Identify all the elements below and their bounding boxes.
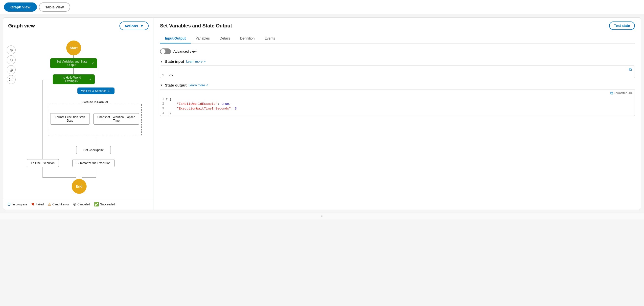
state-input-learn-more[interactable]: Learn more ↗ [186,59,206,63]
key-is-hello-world: "IsHelloWorldExample" [177,102,218,106]
line-4-content: } [169,111,632,115]
set-variables-node[interactable]: Set Variables and State Output ✓ [50,58,97,68]
advanced-view-label: Advanced view [173,49,196,53]
execute-parallel-label: Execute in Parallel [80,100,109,104]
table-view-tab[interactable]: Table view [39,2,70,12]
tab-definition[interactable]: Definition [235,34,260,43]
advanced-view-toggle[interactable] [160,48,171,54]
in-progress-label: In progress [12,203,27,206]
zoom-in-button[interactable]: ⊕ [7,45,16,54]
wait-check-icon: ⏱ [108,89,111,93]
failed-label: Failed [36,203,44,206]
zoom-out-button[interactable]: ⊖ [7,55,16,64]
val-exec-wait: 3 [235,107,237,110]
graph-panel-title: Graph view [8,23,35,29]
graph-view-tab[interactable]: Graph view [4,2,37,12]
state-output-label: State output [165,83,187,87]
start-node[interactable]: Start [66,40,81,55]
graph-panel: Graph view Actions ▼ ⊕ ⊖ ◎ ⛶ [3,17,154,210]
center-button[interactable]: ◎ [7,65,16,74]
val-is-hello-world: true [221,102,229,106]
zoom-controls: ⊕ ⊖ ◎ ⛶ [7,45,16,84]
state-output-line-4: 4 } [160,111,634,116]
graph-legend: ⏱ In progress ✖ Failed ⚠ Caught error ⊘ … [3,199,154,210]
tab-variables[interactable]: Variables [191,34,215,43]
advanced-view-row: Advanced view [160,48,635,54]
state-output-collapse-icon[interactable]: ▼ [160,83,163,87]
right-panel-title: Set Variables and State Output [160,23,232,29]
state-input-section-header: ▼ State input Learn more ↗ [160,59,635,63]
state-input-content: {} [169,74,632,77]
line-num-3: 3 [162,107,169,110]
is-hello-world-node[interactable]: Is Hello World Example? ✓ [53,74,95,84]
state-output-copy-button[interactable]: ⧉ [609,90,614,96]
tab-details[interactable]: Details [215,34,235,43]
legend-canceled: ⊘ Canceled [73,202,90,207]
set-variables-check-icon: ✓ [92,61,94,65]
legend-failed: ✖ Failed [31,202,44,207]
state-input-collapse-icon[interactable]: ▼ [160,60,163,63]
legend-caught-error: ⚠ Caught error [48,202,69,207]
state-input-label: State input [165,59,184,63]
in-progress-icon: ⏱ [7,202,11,207]
canceled-icon: ⊘ [73,202,76,207]
wait-for-seconds-node[interactable]: Wait for X Seconds ⏱ [78,87,114,94]
line-3-content: "ExecutionWaitTimeInSeconds": 3 [169,107,632,110]
state-input-copy-button[interactable]: ⧉ [628,67,632,72]
format-exec-start-node[interactable]: Format Execution Start Date [50,113,90,125]
main-container: Graph view Actions ▼ ⊕ ⊖ ◎ ⛶ [3,17,641,210]
fail-execution-node[interactable]: Fail the Execution [27,159,59,167]
legend-succeeded: ✅ Succeeded [94,202,115,207]
snapshot-elapsed-node[interactable]: Snapshot Execution Elapsed Time [94,113,139,125]
formatted-label: Formatted </> [614,90,632,96]
divider-icon: ≡ [321,215,323,218]
graph-canvas: ⊕ ⊖ ◎ ⛶ [3,33,154,199]
state-output-header: ⧉ Formatted </> [160,89,634,97]
external-link-icon: ↗ [203,60,206,63]
line-1-content: { [170,97,632,101]
end-node[interactable]: End [72,179,86,194]
tab-input-output[interactable]: Input/Output [160,34,191,43]
external-link-icon-2: ↗ [206,83,208,87]
succeeded-icon: ✅ [94,202,99,207]
flow-diagram: Start Set Variables and State Output ✓ I… [20,38,147,196]
actions-chevron-icon: ▼ [140,24,144,28]
execute-parallel-container: Execute in Parallel Format Execution Sta… [48,103,142,136]
state-input-line-1: 1 {} [160,73,634,78]
canceled-label: Canceled [78,203,90,206]
right-tabs: Input/Output Variables Details Definitio… [160,34,635,43]
state-output-code-box: ⧉ Formatted </> 1 ▼ { 2 "IsHelloWorldExa… [160,89,635,116]
set-checkpoint-node[interactable]: Set Checkpoint [76,146,111,154]
succeeded-label: Succeeded [100,203,115,206]
line-number-1: 1 [162,74,169,77]
top-tab-bar: Graph view Table view [0,0,644,14]
state-output-section-header: ▼ State output Learn more ↗ [160,83,635,87]
failed-icon: ✖ [31,202,34,207]
line-2-content: "IsHelloWorldExample": true, [169,102,632,106]
test-state-button[interactable]: Test state [609,21,635,30]
right-panel: Set Variables and State Output Test stat… [154,17,641,210]
divider-handle[interactable]: ≡ [0,213,644,220]
caught-error-label: Caught error [52,203,69,206]
state-output-line-3: 3 "ExecutionWaitTimeInSeconds": 3 [160,106,634,111]
line-num-4: 4 [162,111,169,115]
state-output-line-1: 1 ▼ { [160,97,634,102]
is-hello-world-check-icon: ✓ [89,78,92,81]
actions-label: Actions [124,24,138,28]
state-output-learn-more[interactable]: Learn more ↗ [188,83,208,87]
state-input-header: ⧉ [160,66,634,73]
right-header: Set Variables and State Output Test stat… [160,21,635,30]
caught-error-icon: ⚠ [48,202,51,207]
code-icon: </> [628,91,632,95]
actions-button[interactable]: Actions ▼ [120,21,149,30]
tab-events[interactable]: Events [260,34,280,43]
fit-button[interactable]: ⛶ [7,75,16,84]
legend-in-progress: ⏱ In progress [7,202,27,207]
summarize-execution-node[interactable]: Summarize the Execution [72,159,114,167]
graph-header: Graph view Actions ▼ [3,17,154,33]
state-input-code-box: ⧉ 1 {} [160,65,635,78]
line-num-2: 2 [162,102,169,106]
line-num-1: 1 ▼ [162,97,170,101]
key-exec-wait: "ExecutionWaitTimeInSeconds" [177,107,231,110]
state-output-line-2: 2 "IsHelloWorldExample": true, [160,102,634,106]
